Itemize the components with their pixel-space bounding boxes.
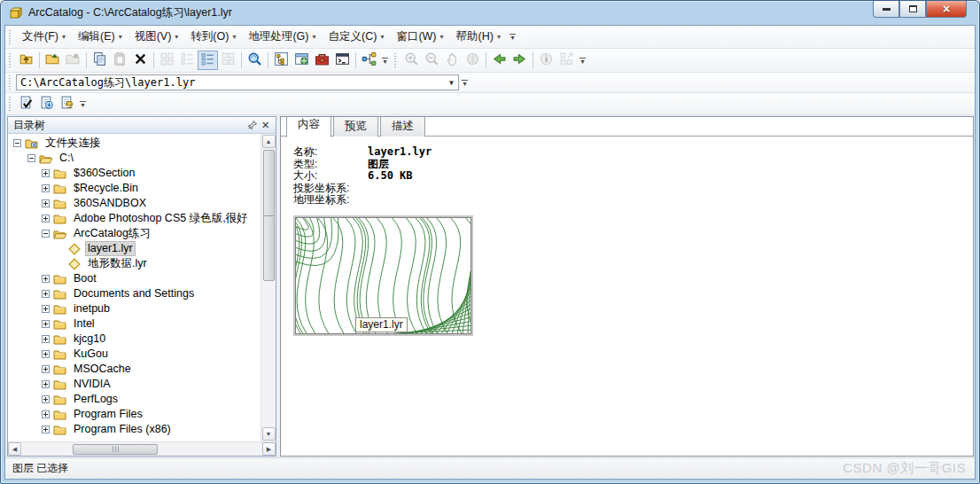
tree-item[interactable]: layer1.lyr <box>8 241 261 256</box>
tree-item[interactable]: Adobe Photoshop CS5 绿色版,很好 <box>8 211 261 226</box>
launch-arcmap-button[interactable] <box>292 51 312 70</box>
collapse-icon[interactable] <box>27 154 35 162</box>
toolbar-grip[interactable] <box>8 30 12 44</box>
expand-icon[interactable] <box>42 350 50 358</box>
tree-item[interactable]: MSOCache <box>8 362 261 377</box>
location-combobox[interactable]: C:\ArcCatalog练习\layer1.lyr ▼ <box>16 74 459 90</box>
tab-内容[interactable]: 内容 <box>286 116 331 137</box>
export-metadata-button[interactable] <box>57 94 77 113</box>
standard-toolbar-overflow-button[interactable]: ▾ <box>577 51 588 70</box>
tree-item[interactable]: $Recycle.Bin <box>8 181 261 196</box>
collapse-icon[interactable] <box>13 139 21 147</box>
expand-icon[interactable] <box>42 275 50 283</box>
connect-folder-button[interactable] <box>43 51 63 70</box>
item-description-button <box>556 51 577 70</box>
expand-icon[interactable] <box>42 184 50 192</box>
expand-icon[interactable] <box>42 169 50 177</box>
tree-item[interactable]: Boot <box>8 271 261 286</box>
forward-button[interactable] <box>509 51 530 70</box>
menu-item-1[interactable]: 文件(F)▾ <box>16 27 72 47</box>
tree-item[interactable]: NVIDIA <box>8 377 261 392</box>
expand-icon[interactable] <box>42 380 50 388</box>
horizontal-scrollbar[interactable]: ◀ ▶ <box>8 441 276 456</box>
edit-metadata-button[interactable] <box>16 94 36 113</box>
scroll-right-icon[interactable]: ▶ <box>262 442 276 456</box>
tree-item[interactable]: ArcCatalog练习 <box>8 226 261 241</box>
tree-item[interactable]: kjcg10 <box>8 332 261 347</box>
menu-item-3[interactable]: 视图(V)▾ <box>128 27 185 47</box>
tab-描述[interactable]: 描述 <box>380 116 425 137</box>
status-bar: 图层 已选择 CSDN @刘一哥GIS <box>5 457 975 479</box>
restore-button[interactable] <box>899 1 926 18</box>
search-button[interactable] <box>245 51 265 70</box>
tree-item-label: layer1.lyr <box>85 241 136 256</box>
expand-icon[interactable] <box>42 365 50 373</box>
expand-icon[interactable] <box>42 425 50 433</box>
tree-item[interactable]: Program Files <box>8 407 261 422</box>
expand-icon[interactable] <box>42 335 50 343</box>
toolbar-grip[interactable] <box>8 53 12 67</box>
chevron-down-icon: ▾ <box>119 33 122 41</box>
close-button[interactable]: × <box>926 1 967 18</box>
tree-item[interactable]: Program Files (x86) <box>8 422 261 437</box>
panel-close-icon[interactable]: ✕ <box>259 119 272 132</box>
menu-item-8[interactable]: 帮助(H)▾ <box>450 27 507 47</box>
expand-icon[interactable] <box>42 320 50 328</box>
expand-icon[interactable] <box>42 199 50 207</box>
vertical-scroll-thumb[interactable] <box>263 150 275 281</box>
window-title: ArcCatalog - C:\ArcCatalog练习\layer1.lyr <box>28 5 232 20</box>
tree-item[interactable]: Documents and Settings <box>8 286 261 301</box>
tree-item[interactable]: inetpub <box>8 301 261 316</box>
tree-item[interactable]: 地形数据.lyr <box>8 256 261 271</box>
expand-icon[interactable] <box>42 395 50 403</box>
delete-button[interactable] <box>130 51 151 70</box>
menu-item-2[interactable]: 编辑(E)▾ <box>72 27 128 47</box>
expand-icon[interactable] <box>42 305 50 313</box>
scroll-left-icon[interactable]: ◀ <box>8 442 21 456</box>
property-label: 大小: <box>293 170 368 183</box>
tree-item[interactable]: 360SANDBOX <box>8 196 261 211</box>
tree-item[interactable]: C:\ <box>8 151 261 166</box>
menu-item-6[interactable]: 自定义(C)▾ <box>323 27 391 47</box>
expand-icon[interactable] <box>42 410 50 418</box>
up-one-level-button[interactable] <box>16 51 36 70</box>
metadata-toolbar-overflow-button[interactable]: ▾ <box>77 94 89 113</box>
tree-item[interactable]: Intel <box>8 316 261 332</box>
toolbar-overflow-button[interactable]: ▾ <box>459 73 471 92</box>
back-button[interactable] <box>489 51 509 70</box>
scroll-up-icon[interactable]: ▲ <box>262 135 276 148</box>
details-view-button[interactable] <box>198 51 218 70</box>
standard-toolbar-overflow-button[interactable]: ▾ <box>379 51 391 70</box>
modelbuilder-button[interactable] <box>359 51 379 70</box>
app-icon[interactable] <box>9 6 23 20</box>
expand-icon[interactable] <box>42 215 50 222</box>
combobox-dropdown-icon[interactable]: ▼ <box>445 75 458 90</box>
tree-item[interactable]: PerfLogs <box>8 392 261 407</box>
toolbar-grip[interactable] <box>8 97 12 111</box>
scroll-down-icon[interactable]: ▼ <box>262 427 276 441</box>
tab-预览[interactable]: 预览 <box>333 116 378 137</box>
python-window-button[interactable] <box>332 51 353 70</box>
toolbar-grip[interactable] <box>393 53 398 67</box>
search-icon <box>247 51 262 70</box>
pin-icon[interactable] <box>245 119 259 132</box>
menu-overflow-button[interactable]: ▾ <box>507 27 518 47</box>
arctoolbox-button[interactable] <box>312 51 332 70</box>
tree-item[interactable]: 文件夹连接 <box>8 136 261 151</box>
import-metadata-button[interactable] <box>36 94 57 113</box>
collapse-icon[interactable] <box>42 230 50 238</box>
menu-item-5[interactable]: 地理处理(G)▾ <box>242 27 322 47</box>
catalog-tree-toggle-button[interactable] <box>271 51 292 70</box>
tree-item[interactable]: KuGou <box>8 347 261 362</box>
minimize-button[interactable] <box>873 1 899 18</box>
horizontal-scroll-thumb[interactable] <box>73 444 158 455</box>
tree-item[interactable]: $360Section <box>8 166 261 181</box>
vertical-scrollbar[interactable]: ▲ ▼ <box>261 134 276 441</box>
expand-icon[interactable] <box>42 290 50 298</box>
menu-item-4[interactable]: 转到(O)▾ <box>184 27 242 47</box>
folder-icon <box>53 167 67 180</box>
toolbar-grip[interactable] <box>8 75 12 90</box>
menu-item-7[interactable]: 窗口(W)▾ <box>390 27 449 47</box>
copy-button[interactable] <box>89 51 110 70</box>
lyr-icon <box>67 257 82 270</box>
